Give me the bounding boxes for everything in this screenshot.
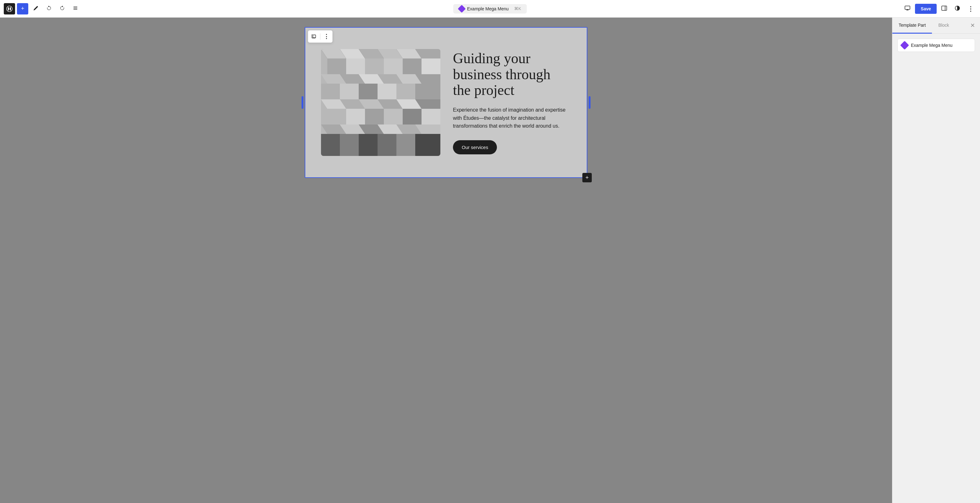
- canvas-wrapper: ⋮: [305, 27, 587, 178]
- svg-point-2: [10, 7, 11, 10]
- block-more-icon: ⋮: [323, 33, 329, 40]
- drag-handle-right[interactable]: [589, 96, 590, 109]
- svg-marker-20: [402, 59, 422, 74]
- sidebar-content: Example Mega Menu: [892, 34, 980, 503]
- svg-marker-32: [396, 84, 415, 99]
- desktop-preview-button[interactable]: [902, 3, 913, 14]
- content-block: Guiding your business through the projec…: [305, 27, 587, 178]
- svg-marker-44: [402, 109, 422, 125]
- svg-point-1: [8, 7, 9, 10]
- keyboard-shortcut: ⌘K: [514, 6, 521, 11]
- content-heading[interactable]: Guiding your business through the projec…: [453, 51, 571, 98]
- plus-icon: +: [21, 5, 24, 12]
- undo-button[interactable]: [43, 3, 55, 14]
- add-block-plus-icon: +: [585, 175, 589, 180]
- svg-rect-4: [905, 6, 910, 10]
- sidebar-item-label: Example Mega Menu: [911, 43, 952, 48]
- redo-icon: [60, 6, 65, 12]
- block-more-options-button[interactable]: ⋮: [321, 32, 331, 41]
- sidebar-tabs: Template Part Block ✕: [892, 18, 980, 34]
- svg-marker-18: [365, 59, 384, 74]
- toolbar-center: Example Mega Menu ⌘K: [453, 4, 527, 14]
- sidebar-toggle-button[interactable]: [939, 3, 950, 14]
- tab-template-part[interactable]: Template Part: [892, 18, 932, 34]
- list-view-button[interactable]: [70, 3, 81, 14]
- copy-block-button[interactable]: [309, 32, 319, 41]
- list-view-icon: [73, 6, 78, 12]
- content-body[interactable]: Experience the fusion of imagination and…: [453, 106, 571, 130]
- svg-marker-29: [340, 84, 359, 99]
- svg-rect-5: [942, 6, 947, 10]
- close-icon: ✕: [970, 22, 975, 29]
- sidebar-close-button[interactable]: ✕: [967, 21, 977, 30]
- pencil-icon: [33, 6, 38, 12]
- svg-marker-30: [359, 84, 377, 99]
- wp-logo[interactable]: [4, 3, 15, 14]
- toolbar: +: [0, 0, 980, 18]
- block-toolbar: ⋮: [308, 30, 332, 43]
- svg-marker-21: [422, 59, 441, 74]
- svg-marker-33: [415, 84, 441, 99]
- svg-marker-53: [340, 134, 359, 156]
- svg-marker-28: [321, 84, 340, 99]
- svg-rect-8: [313, 35, 316, 38]
- desktop-icon: [905, 5, 910, 12]
- sidebar-item-diamond-icon: [900, 41, 909, 50]
- pencil-button[interactable]: [30, 3, 41, 14]
- copy-icon: [312, 34, 317, 40]
- svg-marker-42: [365, 109, 384, 125]
- content-text-area: Guiding your business through the projec…: [453, 51, 571, 154]
- page-title: Example Mega Menu: [467, 6, 509, 11]
- svg-marker-43: [384, 109, 402, 125]
- save-button[interactable]: Save: [915, 4, 937, 14]
- svg-marker-45: [422, 109, 441, 125]
- more-icon: ⋮: [967, 5, 974, 13]
- canvas-area: ⋮: [0, 18, 892, 503]
- svg-marker-19: [384, 59, 402, 74]
- svg-marker-16: [327, 59, 346, 74]
- sidebar-icon: [941, 5, 947, 12]
- add-block-bottom-button[interactable]: +: [582, 173, 592, 182]
- architectural-image-svg: [321, 49, 441, 156]
- content-image: [321, 49, 441, 156]
- svg-marker-55: [377, 134, 396, 156]
- purple-diamond-icon: [458, 5, 466, 13]
- svg-marker-57: [415, 134, 441, 156]
- toolbar-divider: [320, 34, 320, 40]
- toolbar-right: Save ⋮: [902, 3, 976, 14]
- more-options-button[interactable]: ⋮: [965, 3, 976, 14]
- svg-marker-40: [327, 109, 346, 125]
- redo-button[interactable]: [57, 3, 68, 14]
- tab-block[interactable]: Block: [932, 18, 955, 34]
- right-sidebar: Template Part Block ✕ Example Mega Menu: [892, 18, 980, 503]
- svg-marker-52: [321, 134, 340, 156]
- svg-marker-31: [377, 84, 396, 99]
- our-services-button[interactable]: Our services: [453, 140, 497, 154]
- add-block-toolbar-button[interactable]: +: [17, 3, 28, 14]
- contrast-icon: [955, 5, 960, 12]
- main-area: ⋮: [0, 18, 980, 503]
- svg-marker-54: [359, 134, 377, 156]
- undo-icon: [46, 6, 51, 12]
- contrast-button[interactable]: [952, 3, 963, 14]
- drag-handle-left[interactable]: [302, 96, 304, 109]
- sidebar-item[interactable]: Example Mega Menu: [897, 39, 975, 52]
- svg-marker-41: [346, 109, 365, 125]
- svg-marker-17: [346, 59, 365, 74]
- page-title-pill[interactable]: Example Mega Menu ⌘K: [453, 4, 527, 14]
- svg-marker-56: [396, 134, 415, 156]
